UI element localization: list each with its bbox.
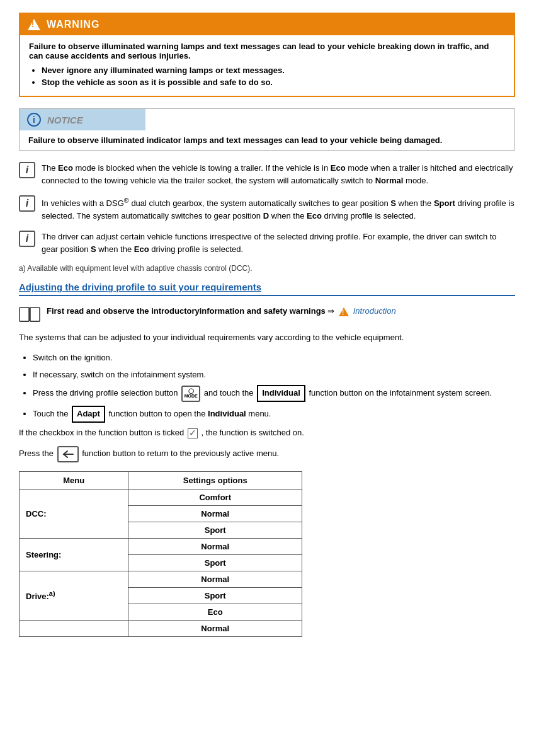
step-3-and: and touch the	[204, 388, 256, 398]
warning-box: WARNING Failure to observe illuminated w…	[19, 13, 515, 97]
table-option-dcc-sport: Sport	[128, 522, 302, 538]
read-first-warning-icon	[339, 307, 349, 316]
checkbox-paragraph: If the checkbox in the function button i…	[19, 428, 515, 438]
warning-bullets: Never ignore any illuminated warning lam…	[42, 66, 505, 87]
table-row-last: Normal	[20, 620, 302, 636]
back-button-paragraph: Press the function button to return to t…	[19, 446, 515, 462]
svg-rect-1	[30, 307, 40, 321]
notice-circle-icon: i	[27, 113, 41, 127]
intro-link[interactable]: Introduction	[353, 306, 396, 316]
table-col-menu: Menu	[20, 471, 128, 489]
back-suffix: function button to return to the previou…	[82, 449, 279, 458]
read-first-block: First read and observe the introductoryi…	[19, 305, 515, 324]
info-block-3: i The driver can adjust certain vehicle …	[19, 231, 515, 255]
notice-box: i NOTICE Failure to observe illuminated …	[19, 108, 515, 151]
systems-section: The systems that can be adjusted to your…	[19, 331, 515, 344]
settings-table: Menu Settings options DCC: Comfort Norma…	[19, 471, 302, 637]
info-text-2: In vehicles with a DSG® dual clutch gear…	[42, 195, 515, 222]
step-3-text: Press the driving profile selection butt…	[33, 388, 178, 398]
checkbox-suffix: , the function is switched on.	[202, 428, 304, 437]
systems-text: The systems that can be adjusted to your…	[19, 331, 515, 344]
warning-header: WARNING	[20, 14, 514, 35]
mode-button-icon: ◯ MODE	[181, 386, 200, 402]
checkbox-prefix: If the checkbox in the function button i…	[19, 428, 184, 437]
table-option-last-normal: Normal	[128, 620, 302, 636]
step-1-text: Switch on the ignition.	[33, 353, 112, 362]
table-menu-drive: Drive:a)	[20, 571, 128, 620]
warning-bullet-1: Never ignore any illuminated warning lam…	[42, 66, 505, 75]
warning-body: Failure to observe illuminated warning l…	[20, 35, 514, 96]
adapt-button[interactable]: Adapt	[72, 406, 105, 423]
info-icon-3: i	[19, 231, 35, 247]
table-col-settings: Settings options	[128, 471, 302, 489]
table-menu-steering: Steering:	[20, 538, 128, 571]
step-3: Press the driving profile selection butt…	[33, 385, 515, 402]
table-row-steering: Steering: Normal	[20, 538, 302, 554]
step-2-text: If necessary, switch on the infotainment…	[33, 370, 206, 379]
table-option-drive-sport: Sport	[128, 587, 302, 604]
notice-body: Failure to observe illuminated indicator…	[20, 130, 514, 150]
step-4: Touch the Adapt function button to open …	[33, 406, 515, 423]
book-icon	[19, 306, 40, 324]
checkbox-icon	[188, 428, 198, 438]
info-text-1: The Eco mode is blocked when the vehicle…	[42, 162, 515, 186]
info-block-1: i The Eco mode is blocked when the vehic…	[19, 162, 515, 186]
table-menu-last	[20, 620, 128, 636]
step-3-suffix: function button on the infotainment syst…	[309, 388, 492, 398]
step-4-prefix: Touch the	[33, 409, 71, 418]
step-2: If necessary, switch on the infotainment…	[33, 369, 515, 382]
table-option-dcc-comfort: Comfort	[128, 489, 302, 505]
read-first-label: First read and observe the introductoryi…	[47, 306, 326, 316]
step-1: Switch on the ignition.	[33, 352, 515, 365]
info-block-2: i In vehicles with a DSG® dual clutch ge…	[19, 195, 515, 222]
individual-button[interactable]: Individual	[257, 385, 305, 402]
info-text-3: The driver can adjust certain vehicle fu…	[42, 231, 515, 255]
table-row-drive: Drive:a) Normal	[20, 571, 302, 587]
table-row-dcc: DCC: Comfort	[20, 489, 302, 505]
table-menu-dcc: DCC:	[20, 489, 128, 538]
step-4-suffix: function button to open the Individual m…	[108, 409, 271, 418]
warning-title: WARNING	[47, 19, 99, 30]
footnote: a) Available with equipment level with a…	[19, 264, 515, 273]
table-option-drive-eco: Eco	[128, 604, 302, 620]
info-icon-1: i	[19, 162, 35, 178]
notice-title: NOTICE	[47, 115, 83, 125]
table-option-steering-sport: Sport	[128, 554, 302, 571]
table-option-drive-normal: Normal	[128, 571, 302, 587]
warning-bullet-2: Stop the vehicle as soon as it is possib…	[42, 77, 505, 87]
steps-list: Switch on the ignition. If necessary, sw…	[33, 352, 515, 423]
table-option-dcc-normal: Normal	[128, 505, 302, 522]
info-icon-2: i	[19, 195, 35, 212]
back-button-icon	[57, 446, 79, 462]
back-prefix: Press the	[19, 449, 56, 458]
warning-triangle-icon	[28, 19, 40, 30]
read-first-arrow: ⇒	[327, 306, 334, 316]
read-first-text: First read and observe the introductoryi…	[47, 305, 396, 318]
notice-header: i NOTICE	[20, 109, 145, 130]
section-heading: Adjusting the driving profile to suit yo…	[19, 282, 515, 296]
notice-text: Failure to observe illuminated indicator…	[28, 135, 506, 145]
warning-intro: Failure to observe illuminated warning l…	[29, 42, 505, 60]
svg-rect-0	[20, 307, 29, 321]
table-option-steering-normal: Normal	[128, 538, 302, 554]
